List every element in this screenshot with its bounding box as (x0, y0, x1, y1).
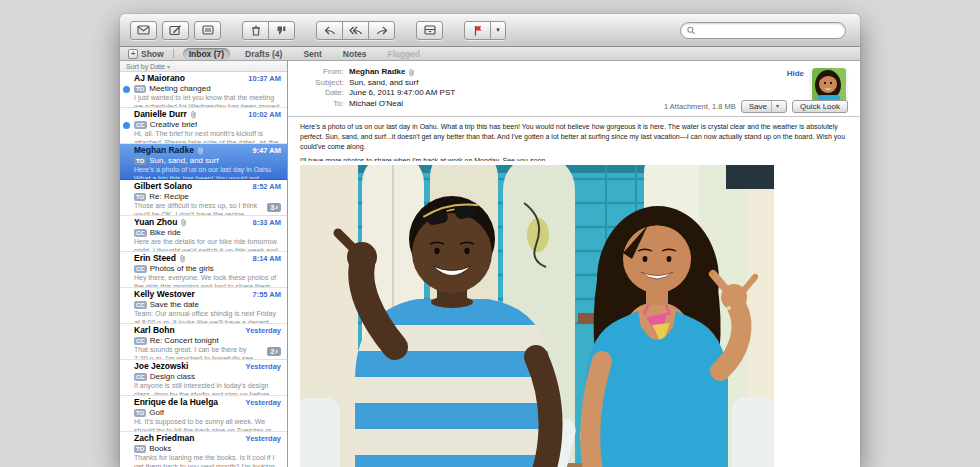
list-item[interactable]: Yuan Zhou 8:33 AM Cc Bike ride Here are … (120, 216, 287, 252)
list-item[interactable]: AJ Maiorano 10:37 AM To Meeting changed … (120, 72, 287, 108)
list-item[interactable]: Joe Jezowski Yesterday Cc Design class I… (120, 360, 287, 396)
message-time: 8:33 AM (253, 218, 281, 227)
sender-name: Yuan Zhou (134, 218, 177, 227)
flag-button[interactable] (464, 21, 491, 40)
content-split: Sort by Date AJ Maiorano 10:37 AM To Mee… (120, 61, 860, 467)
attachment-icon (179, 254, 186, 263)
sender-name: Danielle Durr (134, 110, 187, 119)
message-preview: Hey there, everyone. We took these photo… (134, 274, 276, 288)
favorites-item-notes[interactable]: Notes (337, 48, 373, 60)
recipient-badge: Cc (134, 373, 147, 381)
favorites-item-sent[interactable]: Sent (297, 48, 327, 60)
show-button[interactable]: + Show (128, 49, 164, 59)
message-preview: Thanks for loaning me the books. Is it c… (134, 454, 275, 467)
attached-photo (300, 165, 774, 467)
delete-button[interactable] (242, 21, 269, 40)
recipient-badge: To (134, 445, 146, 453)
get-mail-button[interactable] (130, 21, 157, 40)
search-input[interactable] (698, 25, 839, 35)
save-attachment-button[interactable]: Save ▾ (741, 100, 787, 113)
recipient-badge: Cc (134, 121, 147, 129)
message-preview: Here are the details for our bike ride t… (134, 238, 278, 252)
list-item[interactable]: Enrique de la Huelga Yesterday To Golf H… (120, 396, 287, 432)
hide-details-link[interactable]: Hide (787, 69, 804, 78)
archive-button[interactable] (416, 21, 443, 40)
message-subject: Meeting changed (149, 84, 210, 93)
list-item[interactable]: Kelly Westover 7:55 AM Cc Save the date … (120, 288, 287, 324)
search-icon (687, 26, 695, 35)
sender-name: Enrique de la Huelga (134, 398, 218, 407)
recipient-badge: Cc (134, 301, 147, 309)
message-time: Yesterday (246, 434, 281, 443)
favorites-item-flagged: Flagged (381, 48, 426, 60)
message-preview: I just wanted to let you know that the m… (134, 94, 279, 108)
delete-junk-group (242, 21, 295, 40)
message-header: From: Meghan Radke Subject: Sun, sand, a… (288, 61, 860, 117)
list-item[interactable]: Meghan Radke 9:47 AM To Sun, sand, and s… (120, 144, 287, 180)
flag-icon (473, 25, 483, 36)
reply-group (316, 21, 395, 40)
sender-name: Joe Jezowski (134, 362, 188, 371)
get-mail-icon (137, 25, 150, 35)
junk-button[interactable] (268, 21, 295, 40)
message-preview: If anyone is still interested in today's… (134, 382, 269, 396)
from-value: Meghan Radke (349, 67, 600, 78)
forward-button[interactable] (368, 21, 395, 40)
forward-icon (376, 26, 388, 35)
desktop: + Show Inbox (7) Drafts (4) Sent Notes F… (0, 0, 980, 467)
note-button[interactable] (194, 21, 221, 40)
recipient-badge: Cc (134, 229, 147, 237)
archive-icon (424, 25, 436, 35)
thread-count-badge: 2 (267, 347, 281, 356)
flag-menu-button[interactable] (490, 21, 506, 40)
sender-name: Kelly Westover (134, 290, 195, 299)
favorites-item-inbox[interactable]: Inbox (7) (183, 48, 230, 60)
message-subject: Sun, sand, and surf (149, 156, 218, 165)
message-time: Yesterday (246, 326, 281, 335)
header-fields: From: Meghan Radke Subject: Sun, sand, a… (300, 67, 600, 109)
quick-look-button[interactable]: Quick Look (792, 100, 848, 113)
list-item[interactable]: Zach Friedman Yesterday To Books Thanks … (120, 432, 287, 467)
message-preview: Here's a photo of us on our last day in … (134, 166, 273, 180)
message-preview: Hi, all. The brief for next month's kick… (134, 130, 278, 144)
message-preview: Team: Our annual office shindig is next … (134, 310, 276, 324)
list-item[interactable]: Karl Bohn Yesterday Cc Re: Concert tonig… (120, 324, 287, 360)
sender-name: Zach Friedman (134, 434, 194, 443)
list-item[interactable]: Danielle Durr 10:02 AM Cc Creative brief… (120, 108, 287, 144)
subject-label: Subject: (300, 78, 344, 89)
reply-button[interactable] (316, 21, 343, 40)
compose-icon (169, 25, 182, 35)
message-subject: Design class (150, 372, 195, 381)
message-time: 7:55 AM (253, 290, 281, 299)
list-item[interactable]: Gilbert Solano 8:52 AM To Re: Recipe Tho… (120, 180, 287, 216)
message-time: 10:37 AM (248, 74, 281, 83)
message-preview: Those are difficult to mess up, so I thi… (134, 202, 281, 216)
message-preview: Hi. It's supposed to be sunny all week. … (134, 418, 271, 432)
message-time: Yesterday (246, 362, 281, 371)
sender-name: Gilbert Solano (134, 182, 192, 191)
reply-all-button[interactable] (342, 21, 369, 40)
reading-pane: From: Meghan Radke Subject: Sun, sand, a… (288, 61, 860, 467)
sender-name: Karl Bohn (134, 326, 175, 335)
message-subject: Books (149, 444, 171, 453)
compose-button[interactable] (162, 21, 189, 40)
recipient-badge: Cc (134, 265, 147, 273)
message-subject: Photos of the girls (150, 264, 214, 273)
sort-by-date-control[interactable]: Sort by Date (120, 61, 287, 72)
message-subject: Re: Recipe (149, 192, 189, 201)
list-item[interactable]: Erin Steed 8:14 AM Cc Photos of the girl… (120, 252, 287, 288)
favorites-item-drafts[interactable]: Drafts (4) (239, 48, 288, 60)
unread-indicator (123, 122, 130, 129)
show-label: Show (141, 49, 164, 59)
message-body: Here's a photo of us on our last day in … (288, 117, 860, 161)
message-time: 9:47 AM (253, 146, 281, 155)
attachment-icon (190, 110, 197, 119)
recipient-badge: To (134, 193, 146, 201)
attachment-icon (197, 146, 204, 155)
sender-name: AJ Maiorano (134, 74, 185, 83)
date-label: Date: (300, 88, 344, 99)
message-subject: Re: Concert tonight (150, 336, 219, 345)
sender-name: Erin Steed (134, 254, 176, 263)
recipient-badge: To (134, 157, 146, 165)
search-field[interactable] (680, 22, 846, 39)
